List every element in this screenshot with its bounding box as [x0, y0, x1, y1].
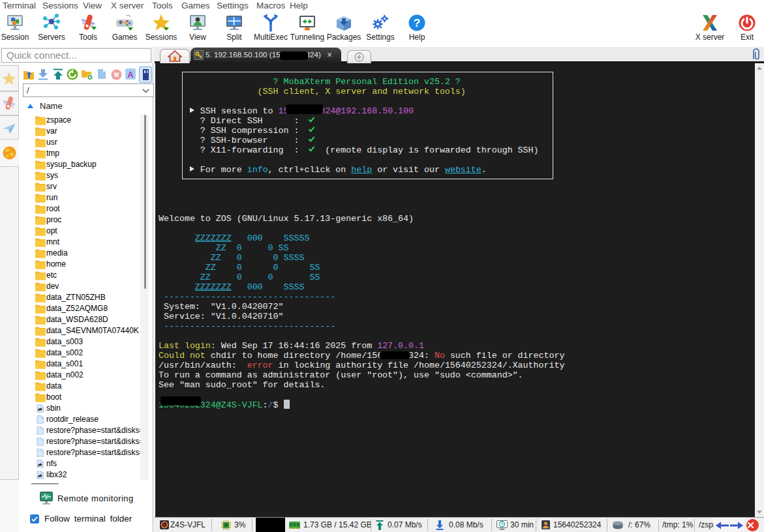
svg-text:A: A [127, 70, 134, 80]
svg-text:?: ? [414, 17, 420, 29]
